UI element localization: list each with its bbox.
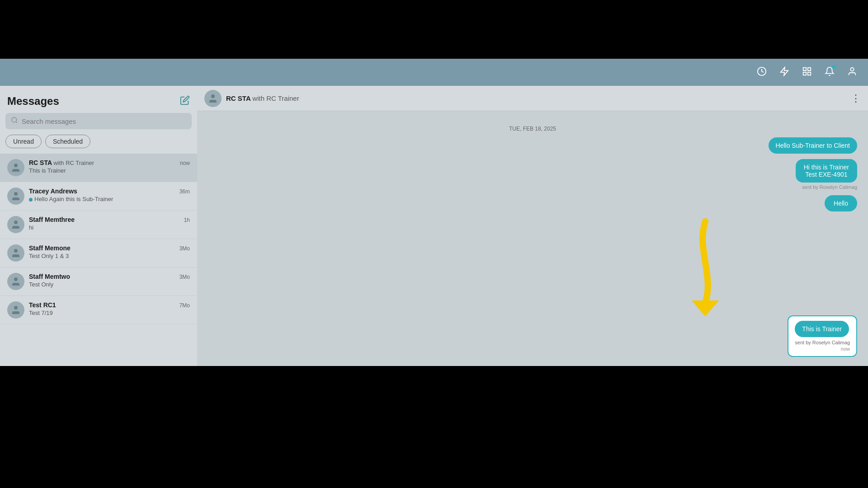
conv-preview: hi xyxy=(29,224,190,231)
conv-info: RC STA with RC Trainer now This is Train… xyxy=(29,159,190,174)
conv-info: Staff Memone 3Mo Test Only 1 & 3 xyxy=(29,244,190,259)
avatar xyxy=(7,273,24,290)
bottom-black-bar xyxy=(0,366,868,488)
conv-name-row: Tracey Andrews 36m xyxy=(29,188,190,195)
conversation-item[interactable]: Tracey Andrews 36m Hello Again this is S… xyxy=(0,182,197,211)
compose-icon[interactable] xyxy=(180,95,190,108)
conv-name: Staff Memone xyxy=(29,244,71,252)
svg-rect-3 xyxy=(808,67,811,70)
conv-name-row: RC STA with RC Trainer now xyxy=(29,159,190,166)
message-bubble: Hi this is TrainerTest EXE-4901 xyxy=(796,159,857,183)
avatar xyxy=(7,159,24,176)
conv-name: Test RC1 xyxy=(29,301,56,309)
filter-tab-unread[interactable]: Unread xyxy=(5,135,42,148)
message-sender: sent by Roselyn Calimag xyxy=(795,340,850,345)
message-row: Hello Sub-Trainer to Client xyxy=(208,137,857,154)
search-input[interactable] xyxy=(22,117,186,125)
header-icons xyxy=(757,66,857,79)
conv-info: Tracey Andrews 36m Hello Again this is S… xyxy=(29,188,190,202)
search-bar[interactable] xyxy=(5,113,192,129)
filter-tabs: Unread Scheduled xyxy=(0,135,197,154)
more-options-icon[interactable]: ⋮ xyxy=(851,93,861,104)
svg-point-10 xyxy=(14,192,18,196)
message-time: now xyxy=(795,346,850,352)
message-sent-info: sent by Roselyn Calimag xyxy=(796,184,857,190)
conv-name: Staff Memtwo xyxy=(29,273,70,280)
svg-rect-5 xyxy=(803,72,806,75)
svg-point-15 xyxy=(211,94,215,98)
clock-icon[interactable] xyxy=(757,66,767,79)
message-bubble: Hello xyxy=(825,195,857,211)
conv-time: 7Mo xyxy=(179,302,190,309)
conv-time: now xyxy=(180,160,190,166)
content-area: Messages Unread xyxy=(0,86,868,366)
annotation-arrow xyxy=(660,212,760,321)
top-black-bar xyxy=(0,0,868,59)
messages-title: Messages xyxy=(7,95,59,108)
conversation-item[interactable]: Test RC1 7Mo Test 7/19 xyxy=(0,296,197,324)
conversation-list: RC STA with RC Trainer now This is Train… xyxy=(0,154,197,366)
conv-time: 3Mo xyxy=(179,245,190,252)
conv-time: 1h xyxy=(184,217,190,223)
avatar xyxy=(7,216,24,233)
messages-content: TUE, FEB 18, 2025 Hello Sub-Trainer to C… xyxy=(197,111,868,366)
filter-tab-scheduled[interactable]: Scheduled xyxy=(45,135,90,148)
conv-preview: Test Only 1 & 3 xyxy=(29,253,190,259)
svg-point-12 xyxy=(14,249,18,253)
conv-preview: Test Only xyxy=(29,281,190,288)
conv-name-row: Staff Memone 3Mo xyxy=(29,244,190,252)
conv-preview: This is Trainer xyxy=(29,167,190,174)
message-bubble: Hello Sub-Trainer to Client xyxy=(769,137,857,154)
chat-header: RC STA with RC Trainer ⋮ xyxy=(197,86,868,111)
highlighted-message-container: This is Trainer sent by Roselyn Calimag … xyxy=(788,315,857,357)
user-icon[interactable] xyxy=(847,66,857,79)
lightning-icon[interactable] xyxy=(779,66,789,79)
conv-time: 3Mo xyxy=(179,274,190,280)
conv-name: Tracey Andrews xyxy=(29,188,77,195)
highlighted-message-bubble: This is Trainer xyxy=(795,321,849,337)
svg-marker-16 xyxy=(692,300,719,316)
conv-name-row: Staff Memtwo 3Mo xyxy=(29,273,190,280)
sidebar-header: Messages xyxy=(0,86,197,113)
svg-point-9 xyxy=(14,164,18,167)
conv-info: Test RC1 7Mo Test 7/19 xyxy=(29,301,190,316)
conversation-item[interactable]: Staff Memone 3Mo Test Only 1 & 3 xyxy=(0,239,197,267)
search-icon xyxy=(11,117,18,126)
svg-point-7 xyxy=(12,117,17,122)
conv-preview: Test 7/19 xyxy=(29,310,190,316)
chat-avatar xyxy=(204,90,222,107)
conv-name-row: Test RC1 7Mo xyxy=(29,301,190,309)
avatar xyxy=(7,301,24,319)
conv-time: 36m xyxy=(179,188,190,195)
messages-region: TUE, FEB 18, 2025 Hello Sub-Trainer to C… xyxy=(197,111,868,366)
message-row: Hi this is TrainerTest EXE-4901 sent by … xyxy=(208,159,857,190)
chat-subtitle: with RC Trainer xyxy=(252,94,299,102)
svg-rect-2 xyxy=(803,67,806,70)
message-row: Hello xyxy=(208,195,857,211)
sidebar: Messages Unread xyxy=(0,86,197,366)
conv-subtitle: with RC Trainer xyxy=(53,160,94,166)
chat-area: RC STA with RC Trainer ⋮ TUE, FEB 18, 20… xyxy=(197,86,868,366)
bell-icon[interactable] xyxy=(825,66,835,79)
message-highlight-box: This is Trainer sent by Roselyn Calimag … xyxy=(788,315,857,357)
header-bar xyxy=(0,59,868,86)
conv-name: RC STA with RC Trainer xyxy=(29,159,94,166)
conv-name: Staff Memthree xyxy=(29,216,75,223)
svg-line-8 xyxy=(16,122,17,123)
avatar xyxy=(7,244,24,262)
avatar xyxy=(7,188,24,205)
chat-header-left: RC STA with RC Trainer xyxy=(204,90,299,107)
conversation-item[interactable]: Staff Memthree 1h hi xyxy=(0,211,197,239)
svg-point-11 xyxy=(14,221,18,224)
svg-rect-4 xyxy=(808,72,811,75)
grid-icon[interactable] xyxy=(802,66,812,79)
svg-marker-1 xyxy=(781,67,788,75)
conv-info: Staff Memtwo 3Mo Test Only xyxy=(29,273,190,288)
conversation-item[interactable]: Staff Memtwo 3Mo Test Only xyxy=(0,267,197,296)
chat-title: RC STA with RC Trainer xyxy=(226,94,299,102)
svg-point-6 xyxy=(850,67,854,70)
conversation-item[interactable]: RC STA with RC Trainer now This is Train… xyxy=(0,154,197,182)
date-divider: TUE, FEB 18, 2025 xyxy=(208,126,857,132)
conv-name-row: Staff Memthree 1h xyxy=(29,216,190,223)
svg-point-13 xyxy=(14,277,18,281)
